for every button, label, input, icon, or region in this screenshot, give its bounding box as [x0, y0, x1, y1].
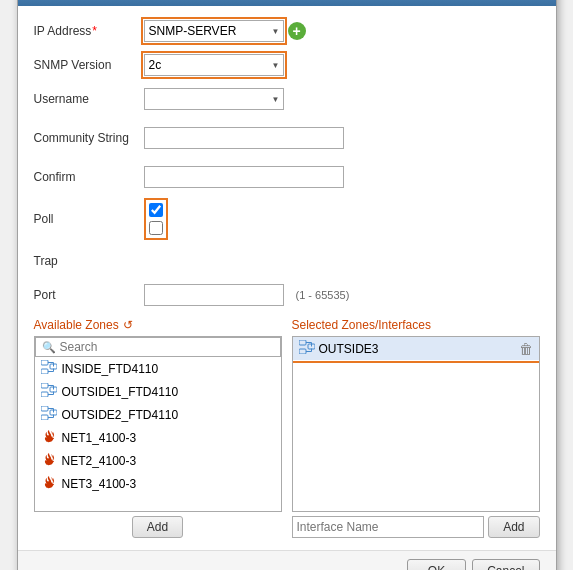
port-input[interactable]	[144, 284, 284, 306]
confirm-label: Confirm	[34, 170, 144, 184]
ip-address-select-wrapper: SNMP-SERVER	[144, 20, 284, 42]
fire-icon	[41, 452, 57, 469]
selected-zones-panel: Selected Zones/Interfaces	[292, 318, 540, 538]
ip-address-label: IP Address	[34, 24, 144, 38]
list-item[interactable]: INSIDE_FTD4110	[35, 357, 281, 380]
poll-label: Poll	[34, 212, 144, 226]
selected-network-icon	[299, 340, 315, 357]
snmp-version-control: 2c 1 3	[144, 54, 540, 76]
svg-rect-7	[41, 383, 48, 388]
zone-name: NET1_4100-3	[62, 431, 137, 445]
username-select[interactable]	[144, 88, 284, 110]
dialog-body: IP Address SNMP-SERVER + SNMP Version 2c…	[18, 6, 556, 550]
username-select-wrapper	[144, 88, 284, 110]
username-label: Username	[34, 92, 144, 106]
zone-name: INSIDE_FTD4110	[62, 362, 159, 376]
delete-selected-icon[interactable]: 🗑	[519, 341, 533, 357]
zone-name: NET3_4100-3	[62, 477, 137, 491]
svg-rect-8	[41, 392, 48, 397]
ip-address-control: SNMP-SERVER +	[144, 20, 540, 42]
svg-rect-22	[299, 349, 306, 354]
community-string-input[interactable]	[144, 127, 344, 149]
snmp-version-select[interactable]: 2c 1 3	[144, 54, 284, 76]
community-string-control	[144, 127, 540, 149]
list-item[interactable]: NET3_4100-3	[35, 472, 281, 495]
confirm-row: Confirm	[34, 164, 540, 190]
selected-item[interactable]: OUTSIDE3 🗑	[293, 337, 539, 360]
zone-name: OUTSIDE2_FTD4110	[62, 408, 179, 422]
poll-trap-wrapper	[144, 198, 540, 240]
snmp-version-label: SNMP Version	[34, 58, 144, 72]
ok-button[interactable]: OK	[407, 559, 466, 570]
network-icon	[41, 360, 57, 377]
trap-label: Trap	[34, 254, 144, 268]
username-row: Username	[34, 86, 540, 112]
port-row: Port (1 - 65535)	[34, 282, 540, 308]
poll-checkbox[interactable]	[149, 203, 163, 217]
zone-name: OUTSIDE1_FTD4110	[62, 385, 179, 399]
search-icon: 🔍	[42, 341, 56, 354]
port-hint: (1 - 65535)	[296, 289, 350, 301]
search-input[interactable]	[60, 340, 274, 354]
ip-address-select[interactable]: SNMP-SERVER	[144, 20, 284, 42]
zones-section: Available Zones ↺ 🔍	[34, 318, 540, 538]
selected-zones-header: Selected Zones/Interfaces	[292, 318, 540, 332]
network-icon	[41, 383, 57, 400]
svg-rect-1	[41, 369, 48, 374]
zone-name: NET2_4100-3	[62, 454, 137, 468]
refresh-icon[interactable]: ↺	[123, 318, 133, 332]
svg-rect-14	[41, 406, 48, 411]
selected-zone-name: OUTSIDE3	[319, 342, 379, 356]
interface-name-input[interactable]	[292, 516, 485, 538]
fire-icon	[41, 475, 57, 492]
snmp-version-select-wrapper: 2c 1 3	[144, 54, 284, 76]
poll-trap-outer-row: Poll	[34, 198, 540, 240]
trap-checkbox[interactable]	[149, 221, 163, 235]
fire-icon	[41, 429, 57, 446]
available-zones-list: 🔍	[34, 336, 282, 512]
cancel-button[interactable]: Cancel	[472, 559, 539, 570]
port-control: (1 - 65535)	[144, 284, 540, 306]
list-item[interactable]: NET1_4100-3	[35, 426, 281, 449]
snmp-version-row: SNMP Version 2c 1 3	[34, 52, 540, 78]
search-box: 🔍	[35, 337, 281, 357]
username-control	[144, 88, 540, 110]
svg-rect-15	[41, 415, 48, 420]
poll-trap-highlight-box	[144, 198, 168, 240]
trap-row: Trap	[34, 248, 540, 274]
add-button-area: Add	[34, 516, 282, 538]
network-icon	[41, 406, 57, 423]
interface-row: Add	[292, 516, 540, 538]
community-string-label: Community String	[34, 131, 144, 145]
available-zones-header: Available Zones ↺	[34, 318, 282, 332]
edit-snmp-dialog: Edit SNMP Management Hosts ? x IP Addres…	[17, 0, 557, 570]
list-item[interactable]: OUTSIDE2_FTD4110	[35, 403, 281, 426]
add-interface-button[interactable]: Add	[488, 516, 539, 538]
port-label: Port	[34, 288, 144, 302]
confirm-input[interactable]	[144, 166, 344, 188]
dialog-footer: OK Cancel	[18, 550, 556, 570]
community-string-row: Community String	[34, 120, 540, 156]
svg-rect-21	[299, 340, 306, 345]
ip-address-row: IP Address SNMP-SERVER +	[34, 18, 540, 44]
available-zones-label: Available Zones	[34, 318, 119, 332]
add-zone-button[interactable]: Add	[132, 516, 183, 538]
list-item[interactable]: NET2_4100-3	[35, 449, 281, 472]
list-item[interactable]: OUTSIDE1_FTD4110	[35, 380, 281, 403]
ip-address-add-button[interactable]: +	[288, 22, 306, 40]
confirm-control	[144, 166, 540, 188]
available-zones-panel: Available Zones ↺ 🔍	[34, 318, 282, 538]
selected-zones-list: OUTSIDE3 🗑	[292, 336, 540, 512]
svg-rect-0	[41, 360, 48, 365]
